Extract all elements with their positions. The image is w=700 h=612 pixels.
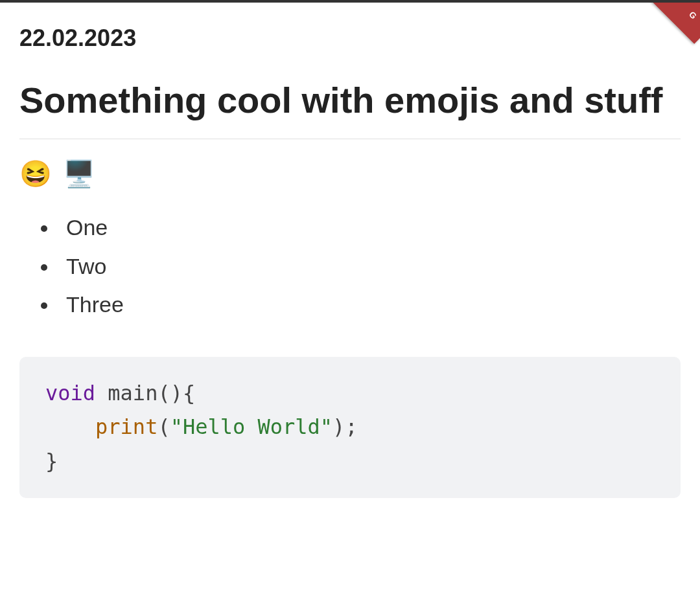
code-string: "Hello World" [170, 414, 332, 439]
title-divider [19, 139, 681, 139]
document-title: Something cool with emojis and stuff [19, 78, 681, 123]
laughing-emoji-icon: 😆 [19, 159, 52, 188]
emoji-row: 😆 🖥️ [19, 159, 681, 189]
code-keyword: void [45, 381, 95, 405]
code-indent [45, 414, 95, 439]
code-paren-close: ); [332, 414, 358, 439]
bullet-list: One Two Three [19, 209, 681, 324]
desktop-computer-emoji-icon: 🖥️ [63, 159, 95, 188]
code-paren: ( [158, 414, 170, 439]
code-function: print [95, 414, 158, 439]
document-content: 22.02.2023 Something cool with emojis an… [0, 3, 700, 520]
code-brace: } [45, 449, 58, 473]
code-text: main(){ [95, 381, 195, 405]
list-item: Three [58, 286, 681, 324]
corner-ribbon-label: G [687, 10, 699, 21]
list-item: One [58, 209, 681, 247]
corner-ribbon[interactable]: G [648, 3, 700, 54]
document-date: 22.02.2023 [19, 25, 681, 52]
code-block: void main(){ print("Hello World"); } [19, 357, 681, 498]
list-item: Two [58, 247, 681, 286]
